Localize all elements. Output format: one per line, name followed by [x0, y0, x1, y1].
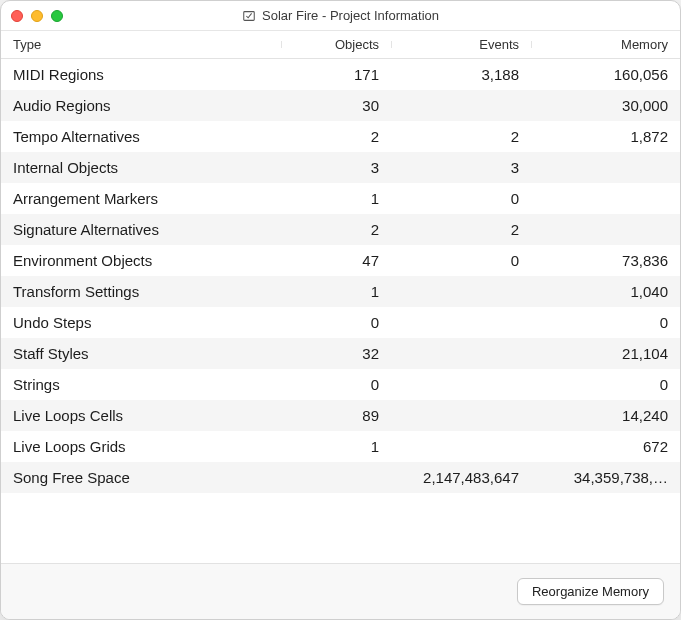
window-title: Solar Fire - Project Information [1, 8, 680, 23]
cell-memory: 672 [531, 438, 680, 455]
cell-objects: 1 [281, 190, 391, 207]
column-header-objects[interactable]: Objects [281, 37, 391, 52]
cell-memory: 73,836 [531, 252, 680, 269]
cell-memory: 0 [531, 314, 680, 331]
cell-type: Signature Alternatives [1, 221, 281, 238]
close-window-button[interactable] [11, 10, 23, 22]
cell-memory: 14,240 [531, 407, 680, 424]
cell-memory: 21,104 [531, 345, 680, 362]
app-icon [242, 9, 256, 23]
cell-objects: 171 [281, 66, 391, 83]
cell-type: Tempo Alternatives [1, 128, 281, 145]
table-row[interactable]: Live Loops Grids1672 [1, 431, 680, 462]
cell-objects: 0 [281, 314, 391, 331]
cell-type: Staff Styles [1, 345, 281, 362]
table-row[interactable]: Arrangement Markers10 [1, 183, 680, 214]
window-title-text: Solar Fire - Project Information [262, 8, 439, 23]
column-header-memory[interactable]: Memory [531, 37, 680, 52]
zoom-window-button[interactable] [51, 10, 63, 22]
table-row[interactable]: MIDI Regions1713,188160,056 [1, 59, 680, 90]
cell-type: Live Loops Cells [1, 407, 281, 424]
cell-type: Transform Settings [1, 283, 281, 300]
cell-memory: 160,056 [531, 66, 680, 83]
svg-rect-0 [244, 11, 255, 20]
cell-objects: 47 [281, 252, 391, 269]
footer: Reorganize Memory [1, 563, 680, 619]
table-row[interactable]: Strings00 [1, 369, 680, 400]
table-row[interactable]: Audio Regions3030,000 [1, 90, 680, 121]
cell-type: Arrangement Markers [1, 190, 281, 207]
cell-objects: 89 [281, 407, 391, 424]
table-row[interactable]: Tempo Alternatives221,872 [1, 121, 680, 152]
cell-objects: 0 [281, 376, 391, 393]
column-header-events[interactable]: Events [391, 37, 531, 52]
cell-type: Audio Regions [1, 97, 281, 114]
cell-objects: 2 [281, 128, 391, 145]
cell-memory: 30,000 [531, 97, 680, 114]
project-info-table: Type Objects Events Memory MIDI Regions1… [1, 31, 680, 563]
cell-events: 0 [391, 252, 531, 269]
cell-objects: 2 [281, 221, 391, 238]
table-row[interactable]: Staff Styles3221,104 [1, 338, 680, 369]
titlebar: Solar Fire - Project Information [1, 1, 680, 31]
traffic-lights [11, 10, 63, 22]
cell-memory: 34,359,738,… [531, 469, 680, 486]
cell-events: 2,147,483,647 [391, 469, 531, 486]
cell-memory: 0 [531, 376, 680, 393]
cell-type: Internal Objects [1, 159, 281, 176]
table-body: MIDI Regions1713,188160,056Audio Regions… [1, 59, 680, 563]
column-header-type[interactable]: Type [1, 37, 281, 52]
cell-objects: 30 [281, 97, 391, 114]
cell-events: 3,188 [391, 66, 531, 83]
cell-type: Strings [1, 376, 281, 393]
table-row[interactable]: Signature Alternatives22 [1, 214, 680, 245]
cell-objects: 1 [281, 438, 391, 455]
cell-memory: 1,040 [531, 283, 680, 300]
cell-objects: 32 [281, 345, 391, 362]
cell-type: Undo Steps [1, 314, 281, 331]
minimize-window-button[interactable] [31, 10, 43, 22]
table-row[interactable]: Undo Steps00 [1, 307, 680, 338]
cell-events: 3 [391, 159, 531, 176]
cell-type: Environment Objects [1, 252, 281, 269]
reorganize-memory-button[interactable]: Reorganize Memory [517, 578, 664, 605]
project-info-window: Solar Fire - Project Information Type Ob… [0, 0, 681, 620]
table-row[interactable]: Environment Objects47073,836 [1, 245, 680, 276]
cell-events: 2 [391, 221, 531, 238]
cell-type: MIDI Regions [1, 66, 281, 83]
cell-events: 0 [391, 190, 531, 207]
cell-objects: 3 [281, 159, 391, 176]
cell-objects: 1 [281, 283, 391, 300]
cell-type: Song Free Space [1, 469, 281, 486]
table-header: Type Objects Events Memory [1, 31, 680, 59]
cell-type: Live Loops Grids [1, 438, 281, 455]
table-row[interactable]: Transform Settings11,040 [1, 276, 680, 307]
table-row[interactable]: Live Loops Cells8914,240 [1, 400, 680, 431]
table-row[interactable]: Internal Objects33 [1, 152, 680, 183]
cell-events: 2 [391, 128, 531, 145]
cell-memory: 1,872 [531, 128, 680, 145]
table-row[interactable]: Song Free Space2,147,483,64734,359,738,… [1, 462, 680, 493]
